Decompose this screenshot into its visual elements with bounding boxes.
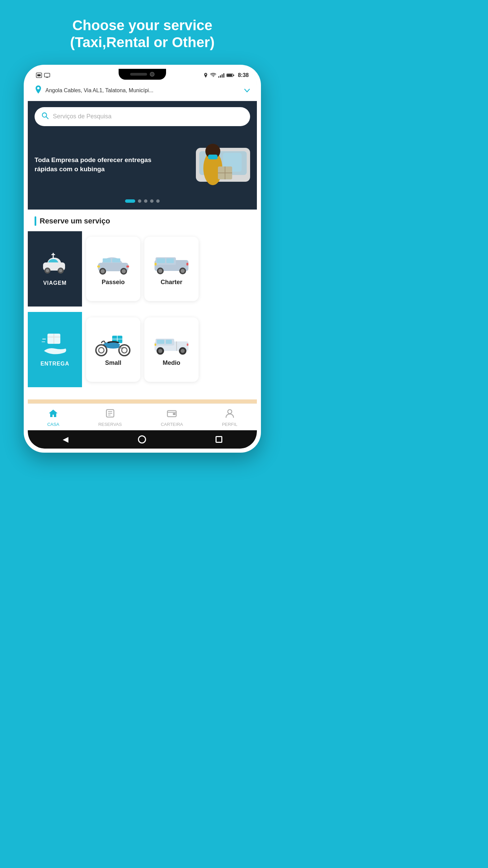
- android-back-icon[interactable]: ◀: [63, 435, 68, 444]
- svg-point-42: [181, 269, 185, 273]
- status-bar: 8:38: [28, 69, 257, 80]
- svg-rect-59: [157, 340, 164, 344]
- charter-label: Charter: [161, 279, 182, 286]
- viagem-cards: Passeio: [82, 231, 257, 307]
- small-card[interactable]: Small: [86, 317, 140, 382]
- dot-4[interactable]: [156, 199, 160, 203]
- svg-rect-60: [166, 340, 172, 344]
- phone-screen: 8:38 Angola Cables, Via AL1, Talatona, M…: [28, 69, 257, 449]
- svg-point-32: [122, 269, 126, 273]
- svg-point-8: [37, 87, 40, 89]
- perfil-label: PERFIL: [222, 422, 238, 427]
- nav-carteira[interactable]: CARTEIRA: [161, 409, 183, 427]
- carteira-icon: [167, 409, 177, 420]
- banner-dots: [35, 199, 250, 203]
- svg-point-64: [181, 349, 185, 353]
- reservas-icon: [105, 409, 115, 420]
- medio-card[interactable]: Medio: [144, 317, 199, 382]
- nav-casa[interactable]: CASA: [47, 409, 59, 427]
- android-recents-icon[interactable]: [216, 436, 222, 443]
- moto-img: [95, 332, 132, 356]
- entrega-category[interactable]: ENTREGA: [28, 312, 82, 387]
- status-left: [36, 73, 50, 78]
- android-bar: ◀: [28, 430, 257, 449]
- svg-rect-66: [187, 343, 188, 346]
- svg-rect-6: [233, 75, 234, 76]
- entrega-label: ENTREGA: [40, 361, 69, 367]
- bottom-strip: [28, 399, 257, 403]
- phone-frame: 8:38 Angola Cables, Via AL1, Talatona, M…: [24, 65, 261, 453]
- search-icon: [41, 112, 49, 121]
- casa-label: CASA: [47, 422, 59, 427]
- location-bar[interactable]: Angola Cables, Via AL1, Talatona, Municí…: [28, 80, 257, 101]
- signal-icon: [218, 73, 224, 78]
- svg-rect-16: [208, 155, 218, 159]
- svg-rect-65: [155, 343, 156, 346]
- location-pin-icon: [35, 85, 42, 96]
- dot-2[interactable]: [144, 199, 147, 203]
- passeio-car-svg: [95, 253, 132, 275]
- cargo-van-img: [153, 332, 190, 356]
- bottom-nav: CASA RESERVAS: [28, 403, 257, 430]
- svg-rect-73: [173, 413, 176, 415]
- charter-card[interactable]: Charter: [144, 237, 199, 301]
- medio-label: Medio: [163, 359, 180, 367]
- viagem-label: VIAGEM: [43, 280, 66, 286]
- svg-rect-33: [97, 265, 100, 268]
- notch-camera: [150, 72, 155, 77]
- svg-rect-1: [37, 74, 41, 76]
- svg-rect-27: [103, 258, 111, 262]
- charter-van-svg: [153, 253, 190, 275]
- viagem-row: VIAGEM: [28, 231, 257, 307]
- svg-point-23: [46, 269, 49, 272]
- moto-svg: [95, 332, 132, 357]
- viagem-icon: [41, 252, 68, 275]
- notch-speaker: [130, 73, 147, 76]
- banner-text: Toda Empresa pode oferecer entregas rápi…: [35, 156, 153, 174]
- svg-rect-43: [155, 263, 157, 265]
- svg-rect-34: [126, 265, 129, 268]
- search-placeholder: Serviços de Pesquisa: [53, 113, 111, 120]
- nav-reservas[interactable]: RESERVAS: [98, 409, 122, 427]
- svg-line-10: [46, 117, 48, 119]
- svg-rect-7: [227, 74, 232, 76]
- wifi-icon: [210, 73, 216, 78]
- screen-icon: [44, 73, 50, 78]
- passeio-car-img: [95, 252, 132, 275]
- svg-rect-37: [157, 258, 165, 263]
- search-bar[interactable]: Serviços de Pesquisa: [35, 107, 250, 126]
- svg-point-40: [158, 269, 162, 273]
- notch: [119, 69, 166, 80]
- svg-point-75: [228, 410, 232, 414]
- svg-rect-38: [166, 258, 174, 263]
- svg-point-62: [158, 349, 162, 353]
- dot-1[interactable]: [138, 199, 141, 203]
- sim-icon: [36, 73, 42, 78]
- svg-rect-44: [186, 263, 188, 265]
- dot-0[interactable]: [125, 199, 135, 203]
- small-label: Small: [105, 359, 121, 367]
- nav-perfil[interactable]: PERFIL: [222, 409, 238, 427]
- banner-train-svg: [176, 134, 250, 195]
- passeio-card[interactable]: Passeio: [86, 237, 140, 301]
- svg-point-56: [122, 348, 127, 353]
- home-icon: [48, 409, 58, 420]
- banner-illustration: [176, 134, 250, 195]
- svg-point-4: [205, 74, 206, 75]
- viagem-category[interactable]: VIAGEM: [28, 231, 82, 307]
- location-status-icon: [203, 73, 208, 78]
- svg-point-55: [119, 345, 130, 356]
- entrega-row: ENTREGA: [28, 312, 257, 387]
- svg-point-25: [59, 269, 62, 272]
- section-title: Reserve um serviço: [28, 216, 257, 231]
- passeio-label: Passeio: [102, 279, 125, 286]
- charter-van-img: [153, 252, 190, 275]
- carteira-label: CARTEIRA: [161, 422, 183, 427]
- reservas-label: RESERVAS: [98, 422, 122, 427]
- banner: Toda Empresa pode oferecer entregas rápi…: [28, 134, 257, 210]
- entrega-cards: Small: [82, 312, 257, 387]
- dot-3[interactable]: [150, 199, 154, 203]
- android-home-icon[interactable]: [138, 435, 146, 443]
- location-chevron-icon[interactable]: [244, 86, 250, 94]
- hero-title: Choose your service (Taxi,Rental or Othe…: [50, 0, 235, 65]
